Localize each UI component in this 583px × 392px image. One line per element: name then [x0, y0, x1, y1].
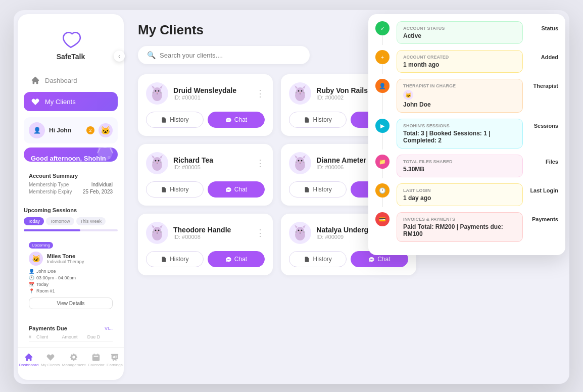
scroll-indicator	[24, 229, 118, 231]
history-button[interactable]: History	[146, 181, 204, 198]
tab-today[interactable]: Today	[24, 217, 44, 225]
user-greeting: Hi John	[49, 127, 71, 134]
timeline-line: 💳	[375, 212, 390, 243]
bottom-nav-earnings[interactable]: Earnings	[107, 353, 123, 367]
client-card: Druid Wensleydale ID: #00001 ⋮ History C…	[138, 74, 273, 136]
bottom-home-icon	[24, 353, 33, 362]
session-client-avatar: 🐱	[29, 252, 43, 266]
view-details-button[interactable]: View Details	[29, 298, 113, 309]
history-button[interactable]: History	[289, 251, 347, 267]
svg-point-9	[158, 90, 160, 92]
client-info: Richard Tea ID: #00005	[173, 156, 251, 170]
session-therapist: John Doe	[36, 269, 56, 274]
user-avatar-img: 🐱	[99, 123, 113, 137]
bottom-cal-icon	[91, 353, 101, 362]
bottom-nav-dashboard[interactable]: Dashboard	[19, 353, 38, 367]
svg-point-93	[301, 230, 303, 231]
chat-icon	[225, 186, 232, 193]
client-header: Richard Tea ID: #00005 ⋮	[146, 152, 265, 174]
search-bar: 🔍	[138, 46, 310, 64]
client-menu-button[interactable]: ⋮	[256, 228, 265, 237]
session-type: Individual Therapy	[47, 259, 84, 264]
bottom-nav-mgmt-label: Management	[62, 363, 86, 367]
chat-button[interactable]: Chat	[208, 251, 265, 267]
payments-due: Payments Due VI... # Client Amount Due D	[24, 320, 118, 347]
sidebar-nav: Dashboard My Clients	[18, 71, 124, 113]
session-detail-therapist: 👤 John Doe	[29, 269, 113, 274]
sidebar-collapse-button[interactable]: ‹	[114, 51, 125, 62]
tab-tomorrow[interactable]: Tomorrow	[46, 217, 74, 225]
chat-icon	[368, 256, 375, 263]
user-card: 👤 Hi John 2 🐱	[24, 117, 118, 143]
session-client-name: Miles Tone	[47, 253, 84, 259]
session-date: Today	[36, 282, 48, 287]
history-button[interactable]: History	[289, 181, 347, 198]
tab-this-week[interactable]: This Week	[76, 217, 106, 225]
client-menu-button[interactable]: ⋮	[256, 89, 265, 98]
payments-table-header: # Client Amount Due D	[29, 334, 113, 342]
bottom-nav-earnings-label: Earnings	[107, 363, 123, 367]
client-actions: History Chat	[146, 112, 265, 128]
timeline-value: 1 month ago	[403, 61, 516, 68]
history-icon	[161, 186, 167, 193]
svg-point-82	[157, 231, 158, 232]
payments-view[interactable]: VI...	[105, 326, 113, 331]
timeline-value: Paid Total: RM200 | Payments due: RM100	[403, 223, 516, 237]
history-button[interactable]: History	[146, 112, 204, 128]
timeline-item: 💳 Invoices & Payments Paid Total: RM200 …	[375, 212, 558, 243]
client-header: Theodore Handle ID: #00008 ⋮	[146, 222, 265, 244]
sidebar: SafeTalk Dashboard My Clients 👤 Hi John …	[18, 14, 124, 380]
bottom-nav-dashboard-label: Dashboard	[19, 363, 38, 367]
sidebar-dashboard-label: Dashboard	[45, 77, 77, 84]
search-input[interactable]	[160, 52, 301, 59]
timeline-line: ▶	[375, 119, 390, 150]
chat-button[interactable]: Chat	[208, 181, 265, 198]
account-row-type: Membership Type Individual	[29, 182, 113, 187]
bottom-nav-management[interactable]: Management	[62, 353, 86, 367]
overlay-timeline: ✓ Account Status Active Status + Account…	[368, 14, 565, 255]
bottom-earnings-icon	[110, 353, 119, 362]
logo-icon	[60, 29, 81, 51]
sidebar-item-dashboard[interactable]: Dashboard	[24, 71, 118, 90]
svg-point-44	[155, 160, 157, 162]
bottom-nav-calendar[interactable]: Calendar	[88, 353, 104, 367]
sidebar-item-my-clients[interactable]: My Clients	[24, 92, 118, 111]
timeline-label: Last Login	[403, 188, 516, 193]
svg-point-45	[158, 160, 160, 162]
svg-marker-90	[295, 225, 298, 228]
client-id: ID: #00005	[173, 164, 251, 170]
client-menu-button[interactable]: ⋮	[256, 159, 265, 168]
client-avatar	[146, 152, 168, 174]
person-icon: 👤	[29, 269, 34, 274]
clock-icon: 🕐	[29, 275, 34, 280]
timeline-item: ▶ Shohin's Sessions Total: 3 | Booked Se…	[375, 119, 558, 150]
svg-marker-18	[295, 85, 298, 89]
col-client: Client	[36, 334, 62, 339]
bottom-nav-clients[interactable]: My Clients	[41, 353, 60, 367]
client-avatar	[146, 222, 168, 244]
timeline-label: Therapist in Charge	[403, 83, 516, 88]
timeline-content: Account Status Active	[397, 21, 523, 44]
session-detail-room: 📍 Room #1	[29, 288, 113, 293]
avatar: 👤	[29, 122, 45, 138]
history-button[interactable]: History	[289, 112, 347, 128]
calendar-icon: 📅	[29, 282, 34, 287]
client-avatar	[289, 82, 311, 105]
membership-type-value: Individual	[91, 182, 113, 187]
client-name: Theodore Handle	[173, 226, 251, 234]
bottom-nav-cal-label: Calendar	[88, 363, 104, 367]
overlay-panel: ✓ Account Status Active Status + Account…	[368, 14, 565, 255]
svg-point-10	[157, 92, 158, 93]
client-name: Richard Tea	[173, 156, 251, 164]
timeline-dot: ✓	[375, 21, 390, 35]
timeline-content: Invoices & Payments Paid Total: RM200 | …	[397, 212, 523, 242]
timeline-side-label: Files	[523, 155, 558, 178]
session-detail-time: 🕐 03:00pm - 04:00pm	[29, 275, 113, 280]
timeline-label: Account Status	[403, 26, 516, 31]
location-icon: 📍	[29, 288, 34, 293]
timeline-item: ✓ Account Status Active Status	[375, 21, 558, 45]
chat-button[interactable]: Chat	[208, 112, 265, 128]
timeline-line: ✓	[375, 21, 390, 45]
history-button[interactable]: History	[146, 251, 204, 267]
timeline-item: 👤 Therapist in Charge 🐱 John Doe Therapi…	[375, 79, 558, 114]
